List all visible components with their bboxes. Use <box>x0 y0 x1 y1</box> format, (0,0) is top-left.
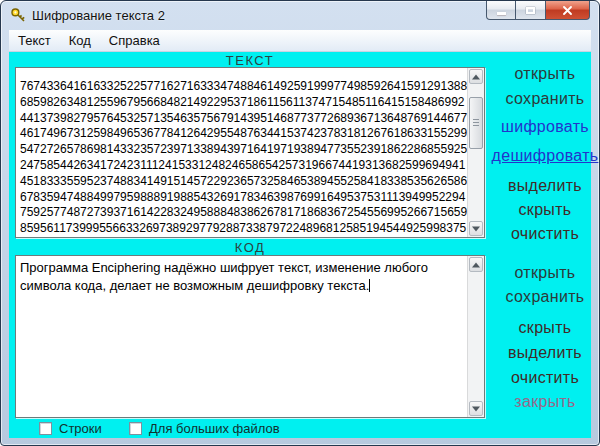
encrypt-button[interactable]: шифровать <box>489 118 600 136</box>
arrow-down-icon <box>472 406 480 411</box>
text-line: 8595611739995566332697389297792887338797… <box>20 221 467 237</box>
menu-item-code[interactable]: Код <box>60 30 100 51</box>
scroll-down-button[interactable] <box>469 401 483 416</box>
checkbox-icon[interactable] <box>129 422 142 435</box>
hide-code-button[interactable]: скрыть <box>489 319 600 337</box>
close-icon <box>562 5 573 16</box>
text-area-content[interactable]: 7674336416163325225771627163334748846149… <box>16 68 467 237</box>
text-scrollbar[interactable] <box>467 68 484 237</box>
key-icon <box>10 7 27 24</box>
menu-item-text[interactable]: Текст <box>9 30 60 51</box>
text-line: 2475854426341724231112415331248246586542… <box>20 158 467 174</box>
text-section-label: ТЕКСТ <box>15 53 485 68</box>
window-title: Шифрование текста 2 <box>32 8 165 23</box>
text-area[interactable]: 7674336416163325225771627163334748846149… <box>15 67 485 238</box>
scroll-down-button[interactable] <box>469 221 483 236</box>
close-app-button[interactable]: закрыть <box>489 393 600 411</box>
app-window: Шифрование текста 2 Текст Код Справка ТЕ… <box>0 0 600 446</box>
select-text-button[interactable]: выделить <box>489 177 600 195</box>
clear-code-button[interactable]: очистить <box>489 369 600 387</box>
hide-text-button[interactable]: скрыть <box>489 201 600 219</box>
close-window-button[interactable] <box>545 1 590 20</box>
scroll-up-button[interactable] <box>469 69 483 84</box>
title-bar[interactable]: Шифрование текста 2 <box>1 1 599 30</box>
code-line: Программа Enciphering надёжно шифрует те… <box>20 259 467 277</box>
code-section-label: КОД <box>15 240 485 255</box>
text-line: 7592577487273937161422832495888483862678… <box>20 205 467 221</box>
text-line: 7674336416163325225771627163334748846149… <box>20 79 467 95</box>
lines-checkbox-label: Строки <box>59 421 102 436</box>
minimize-button[interactable] <box>486 1 516 20</box>
clear-text-button[interactable]: очистить <box>489 225 600 243</box>
select-code-button[interactable]: выделить <box>489 344 600 362</box>
arrow-up-icon <box>472 74 480 79</box>
arrow-down-icon <box>472 226 480 231</box>
save-code-button[interactable]: сохранить <box>489 288 600 306</box>
client-area: ТЕКСТ 7674336416163325225771627163334748… <box>9 52 591 438</box>
menu-bar: Текст Код Справка <box>9 30 591 52</box>
text-line: 4518333559523748834149151457229236573258… <box>20 174 467 190</box>
decrypt-button[interactable]: дешифровать <box>489 147 600 165</box>
text-line: 4617496731259849653677841264295548763441… <box>20 126 467 142</box>
code-scrollbar[interactable] <box>467 256 484 417</box>
checkbox-icon[interactable] <box>39 422 52 435</box>
text-line: 6859826348125596795668482149229537186115… <box>20 95 467 111</box>
code-line: символа кода, делает не возможным дешифр… <box>20 277 467 295</box>
text-line: 4413739827957645325713546357567914395146… <box>20 111 467 127</box>
text-caret <box>369 279 370 292</box>
minimize-icon <box>497 12 506 15</box>
code-area[interactable]: Программа Enciphering надёжно шифрует те… <box>15 255 485 418</box>
menu-item-help[interactable]: Справка <box>100 30 169 51</box>
lines-checkbox[interactable]: Строки <box>39 421 102 436</box>
scroll-up-button[interactable] <box>469 257 483 272</box>
save-text-button[interactable]: сохранить <box>489 90 600 108</box>
arrow-up-icon <box>472 262 480 267</box>
text-line: 5472726578698143323572397133894397164197… <box>20 142 467 158</box>
open-text-button[interactable]: открыть <box>489 65 600 83</box>
window-controls <box>486 1 590 20</box>
open-code-button[interactable]: открыть <box>489 264 600 282</box>
code-area-content[interactable]: Программа Enciphering надёжно шифрует те… <box>16 256 467 417</box>
maximize-button[interactable] <box>516 1 545 20</box>
scroll-thumb[interactable] <box>469 97 483 149</box>
maximize-icon <box>526 7 535 14</box>
large-files-checkbox[interactable]: Для больших файлов <box>129 421 280 436</box>
large-files-checkbox-label: Для больших файлов <box>149 421 280 436</box>
text-line: 6783594748849979598889198854326917834639… <box>20 190 467 206</box>
